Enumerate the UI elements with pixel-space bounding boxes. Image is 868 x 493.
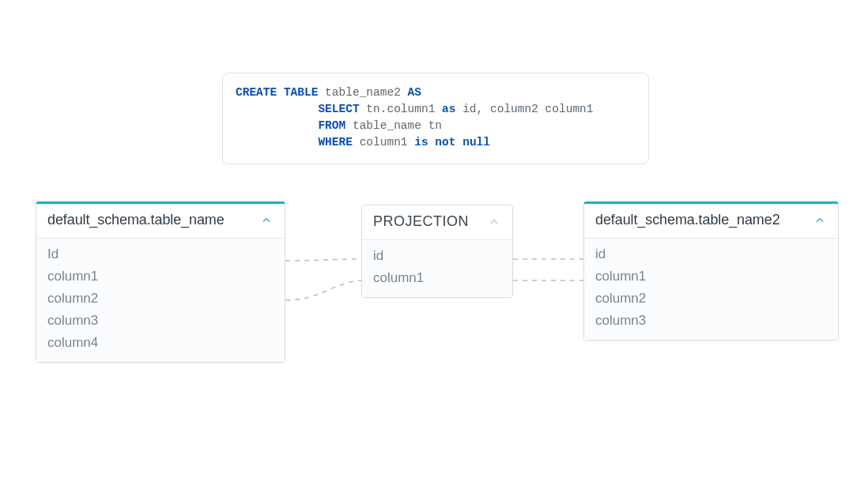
column-row[interactable]: Id bbox=[47, 243, 274, 265]
node-title: PROJECTION bbox=[373, 213, 469, 230]
column-row[interactable]: column3 bbox=[47, 310, 274, 332]
lineage-node-projection[interactable]: PROJECTION id column1 bbox=[361, 205, 513, 298]
column-row[interactable]: id bbox=[595, 243, 827, 265]
sql-kw-from: FROM bbox=[318, 119, 345, 132]
sql-kw-isnotnull: is not null bbox=[414, 136, 490, 149]
column-row[interactable]: column3 bbox=[595, 310, 827, 332]
sql-kw-where: WHERE bbox=[318, 136, 353, 149]
node-title: default_schema.table_name2 bbox=[595, 212, 780, 228]
column-row[interactable]: column1 bbox=[595, 265, 827, 288]
chevron-up-icon[interactable] bbox=[487, 215, 501, 229]
node-title: default_schema.table_name bbox=[47, 212, 225, 228]
chevron-up-icon[interactable] bbox=[813, 213, 827, 228]
sql-kw-select: SELECT bbox=[318, 103, 359, 115]
node-body: Id column1 column2 column3 column4 bbox=[36, 239, 285, 362]
sql-select-expr1: tn.column1 bbox=[360, 103, 442, 115]
node-body: id column1 column2 column3 bbox=[584, 239, 838, 340]
lineage-node-target-table[interactable]: default_schema.table_name2 id column1 co… bbox=[583, 201, 839, 341]
sql-select-expr2: id, column2 column1 bbox=[455, 103, 593, 115]
sql-kw-create-table: CREATE TABLE bbox=[236, 86, 318, 99]
column-row[interactable]: column1 bbox=[47, 265, 274, 288]
sql-table-name: table_name2 bbox=[318, 86, 407, 99]
column-row[interactable]: column4 bbox=[47, 332, 274, 354]
column-row[interactable]: column2 bbox=[595, 288, 827, 310]
node-body: id column1 bbox=[362, 240, 512, 297]
sql-where-expr: column1 bbox=[353, 136, 414, 149]
node-header[interactable]: PROJECTION bbox=[362, 205, 512, 240]
column-row[interactable]: column2 bbox=[47, 288, 274, 310]
node-header[interactable]: default_schema.table_name2 bbox=[584, 204, 838, 239]
sql-from-expr: table_name tn bbox=[345, 119, 442, 132]
node-header[interactable]: default_schema.table_name bbox=[36, 204, 285, 239]
sql-kw-as: AS bbox=[408, 86, 421, 99]
lineage-node-source-table[interactable]: default_schema.table_name Id column1 col… bbox=[36, 201, 285, 363]
column-row[interactable]: column1 bbox=[373, 267, 501, 289]
chevron-up-icon[interactable] bbox=[259, 213, 274, 228]
sql-kw-as2: as bbox=[442, 103, 455, 115]
column-row[interactable]: id bbox=[373, 245, 501, 267]
sql-code-panel: CREATE TABLE table_name2 AS SELECT tn.co… bbox=[222, 73, 649, 164]
